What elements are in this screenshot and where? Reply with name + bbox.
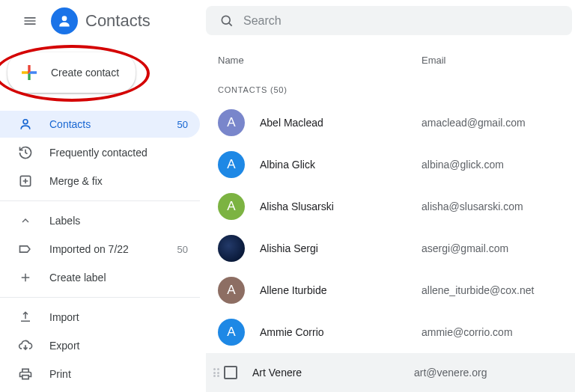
sidebar-item-print[interactable]: Print: [0, 361, 200, 388]
sidebar-item-count: 50: [177, 244, 188, 255]
sidebar-item-label: Imported on 7/22: [49, 243, 161, 255]
contact-email: albina@glick.com: [422, 159, 504, 171]
svg-point-1: [23, 120, 28, 124]
search-icon: [219, 13, 234, 28]
cloud-download-icon: [18, 338, 33, 353]
sidebar-item-contacts[interactable]: Contacts 50: [0, 111, 200, 138]
row-checkbox[interactable]: [224, 366, 237, 379]
sidebar-item-label: Contacts: [49, 118, 161, 130]
svg-point-3: [222, 16, 230, 24]
svg-point-0: [62, 16, 67, 21]
contact-avatar: A: [218, 151, 245, 178]
contact-name: Art Venere: [252, 367, 414, 379]
sidebar-item-merge-fix[interactable]: Merge & fix: [0, 168, 200, 195]
divider: [0, 200, 200, 201]
merge-fix-icon: [18, 174, 33, 189]
search-input[interactable]: [243, 14, 559, 28]
contact-name: Alisha Slusarski: [260, 200, 422, 212]
table-row[interactable]: Art Venereart@venere.org: [206, 353, 575, 392]
drag-handle-icon[interactable]: [210, 368, 224, 377]
sidebar-item-label: Labels: [49, 215, 188, 227]
hamburger-icon: [22, 13, 37, 28]
sidebar-item-label: Create label: [49, 272, 188, 284]
plus-icon: [19, 271, 32, 284]
sidebar-item-label: Print: [49, 368, 188, 380]
contact-avatar: A: [218, 109, 245, 136]
table-row[interactable]: AAlbina Glickalbina@glick.com: [206, 144, 575, 186]
sidebar-item-export[interactable]: Export: [0, 332, 200, 359]
contacts-section-label: CONTACTS (50): [206, 75, 575, 102]
contact-email: amaclead@gmail.com: [422, 117, 526, 129]
contact-name: Albina Glick: [260, 159, 422, 171]
upload-icon: [19, 310, 32, 324]
contact-avatar: A: [218, 277, 245, 304]
app-logo: [51, 7, 78, 34]
sidebar-item-label: Import: [49, 311, 188, 323]
search-bar[interactable]: [206, 6, 572, 35]
plus-multicolor-icon: [18, 61, 40, 84]
contact-email: allene_iturbide@cox.net: [422, 284, 534, 296]
history-icon: [18, 145, 33, 160]
column-header-name: Name: [218, 55, 422, 66]
sidebar-item-label-imported[interactable]: Imported on 7/22 50: [0, 236, 200, 263]
contact-email: ammie@corrio.com: [422, 326, 513, 338]
person-outline-icon: [18, 117, 33, 132]
contact-avatar: A: [218, 193, 245, 220]
contact-name: Allene Iturbide: [260, 284, 422, 296]
table-row[interactable]: AAmmie Corrioammie@corrio.com: [206, 311, 575, 353]
sidebar-item-label: Export: [49, 340, 188, 352]
contacts-list: AAbel Macleadamaclead@gmail.comAAlbina G…: [206, 102, 575, 392]
chevron-up-icon: [19, 215, 31, 227]
sidebar-item-create-label[interactable]: Create label: [0, 264, 200, 291]
contact-avatar: A: [218, 319, 245, 346]
create-contact-button[interactable]: Create contact: [7, 52, 136, 93]
label-icon: [18, 242, 33, 257]
sidebar-item-import[interactable]: Import: [0, 304, 200, 331]
sidebar-item-label: Merge & fix: [49, 175, 188, 187]
contact-name: Ammie Corrio: [260, 326, 422, 338]
contact-email: asergi@gmail.com: [422, 242, 508, 254]
contact-email: art@venere.org: [414, 367, 487, 379]
person-icon: [57, 13, 72, 28]
table-header: Name Email: [206, 41, 575, 75]
print-icon: [18, 367, 33, 382]
sidebar-item-count: 50: [177, 119, 188, 130]
create-contact-label: Create contact: [51, 67, 119, 79]
contact-avatar: [218, 235, 245, 262]
sidebar-item-label: Frequently contacted: [49, 147, 188, 159]
contact-name: Abel Maclead: [260, 117, 422, 129]
table-row[interactable]: AAbel Macleadamaclead@gmail.com: [206, 102, 575, 144]
contact-email: alisha@slusarski.com: [422, 200, 523, 212]
table-row[interactable]: AAllene Iturbideallene_iturbide@cox.net: [206, 269, 575, 311]
column-header-email: Email: [422, 55, 446, 66]
sidebar-labels-header[interactable]: Labels: [0, 207, 200, 234]
divider: [0, 297, 200, 298]
contact-name: Alishia Sergi: [260, 242, 422, 254]
sidebar-item-frequent[interactable]: Frequently contacted: [0, 139, 200, 166]
main-menu-button[interactable]: [15, 6, 45, 36]
app-title: Contacts: [85, 11, 150, 31]
table-row[interactable]: Alishia Sergiasergi@gmail.com: [206, 227, 575, 269]
table-row[interactable]: AAlisha Slusarskialisha@slusarski.com: [206, 186, 575, 227]
